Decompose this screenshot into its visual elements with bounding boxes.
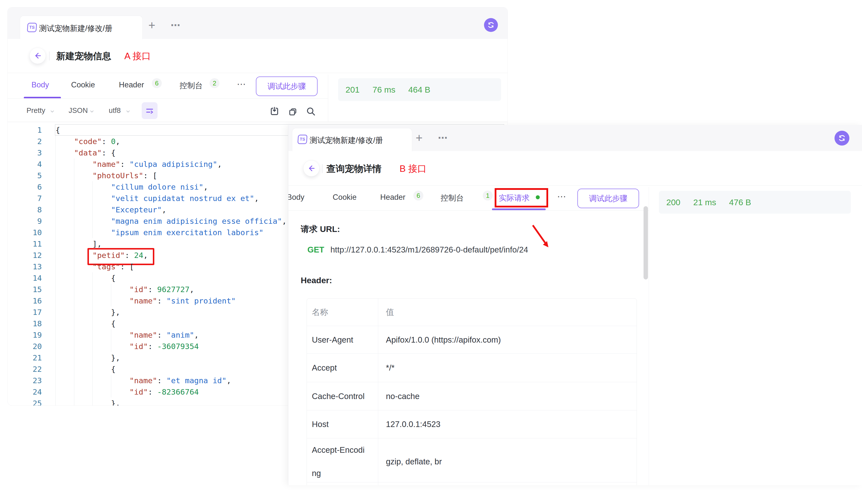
request-header-table: 名称值User-AgentApifox/1.0.0 (https://apifo… [306,298,637,485]
col-value-header: 值 [378,299,637,326]
tab-actual-request[interactable]: 实际请求 [499,193,530,203]
tabbar-more-icon[interactable]: ⋯ [438,132,448,143]
wrap-lines-toggle[interactable] [142,102,158,119]
status-code: 200 [666,198,680,207]
tab-body[interactable]: Body [288,193,304,202]
header-count-badge: 6 [414,190,423,200]
annotation-a: A 接口 [125,50,151,62]
header-value-cell: gzip, deflate, br [378,438,637,485]
line-number: 23 [8,375,42,386]
col-name-header: 名称 [307,299,378,326]
tabs-bottom-line [288,210,649,211]
line-number: 19 [8,329,42,341]
tab-console[interactable]: 控制台 [180,80,203,91]
right-window-tabbar: TS 测试宠物新建/修改/册 + ⋯ [288,125,862,151]
copy-icon [288,107,298,117]
tab-cookie[interactable]: Cookie [333,193,357,202]
status-time: 21 ms [693,198,716,207]
tab-body[interactable]: Body [31,80,49,89]
header-value-cell: no-cache [378,382,637,410]
search-icon [305,106,316,117]
line-number: 7 [8,193,42,204]
line-number: 11 [8,238,42,250]
page-title: 新建宠物信息 [56,50,111,62]
header-value-cell: */* [378,354,637,382]
line-number: 9 [8,215,42,227]
header-value-cell [378,482,637,485]
annotation-arrow-icon [530,223,560,251]
tab-header[interactable]: Header [119,80,144,89]
copy-response-button[interactable] [287,106,299,118]
left-window-tabbar: TS 测试宠物新建/修改/册 + ⋯ [8,8,508,39]
encoding-select[interactable]: utf8 [109,106,121,115]
table-row: User-AgentApifox/1.0.0 (https://apifox.c… [307,326,637,354]
vertical-scrollbar[interactable] [643,206,648,279]
apifox-screenshot: TS 测试宠物新建/修改/册 + ⋯ 新建宠物信息 A 接口 Body Cook… [0,0,862,504]
line-number: 5 [8,170,42,181]
new-tab-plus-icon[interactable]: + [148,20,155,31]
left-window-tab-label: 测试宠物新建/修改/册 [39,23,113,34]
console-count-badge: 1 [483,190,493,200]
back-button[interactable] [303,160,319,176]
line-number: 22 [8,363,42,375]
refresh-button[interactable] [484,18,498,32]
header-name-cell: Accept-Encoding [307,438,378,485]
refresh-button[interactable] [835,131,849,146]
console-count-badge: 2 [210,78,220,88]
header-name-cell: Accept [307,354,378,382]
search-response-button[interactable] [305,106,316,117]
line-number: 4 [8,158,42,170]
tabs-more-icon[interactable]: ⋯ [237,79,246,89]
status-code: 201 [345,85,360,95]
tabs-more-icon[interactable]: ⋯ [557,191,566,202]
back-button[interactable] [29,48,46,64]
table-row: Host127.0.0.1:4523 [307,410,637,438]
right-window-tab[interactable]: TS 测试宠物新建/修改/册 [292,128,412,151]
chevron-down-icon [50,110,54,112]
chevron-down-icon [90,110,94,112]
table-row: Cache-Controlno-cache [307,382,637,410]
line-number: 18 [8,318,42,329]
tabbar-more-icon[interactable]: ⋯ [171,20,181,31]
ts-badge-icon: TS [27,23,37,32]
tabs-bottom-line [8,98,328,98]
header-name-cell [307,482,378,485]
download-response-button[interactable] [269,106,280,117]
tab-header[interactable]: Header [380,193,405,202]
line-number: 1 [8,124,42,136]
debug-step-button[interactable]: 调试此步骤 [256,77,317,96]
right-panel: TS 测试宠物新建/修改/册 + ⋯ 查询宠物详情 B 接口 Body Cook… [288,125,862,485]
new-tab-plus-icon[interactable]: + [416,132,422,143]
line-number: 20 [8,341,42,352]
table-row: Accept*/* [307,354,637,382]
right-window-tab-label: 测试宠物新建/修改/册 [310,135,383,146]
response-status: 201 76 ms 464 B [338,78,501,101]
line-number: 12 [8,250,42,261]
annotation-b: B 接口 [400,163,427,175]
line-number: 21 [8,352,42,363]
tab-console[interactable]: 控制台 [441,193,464,203]
tab-cookie[interactable]: Cookie [71,80,95,89]
table-row: 名称值 [307,299,637,326]
line-number: 24 [8,386,42,398]
response-status: 200 21 ms 476 B [659,191,851,214]
pretty-select[interactable]: Pretty [26,106,45,115]
line-number: 3 [8,147,42,158]
header-divider [288,185,862,186]
header-value-cell: Apifox/1.0.0 (https://apifox.com) [378,326,637,354]
title-divider [49,52,50,61]
line-number: 10 [8,227,42,238]
wrap-lines-icon [145,106,154,115]
line-number: 13 [8,261,42,272]
refresh-icon [487,21,495,29]
status-size: 464 B [408,85,430,95]
back-arrow-icon [307,164,316,173]
request-url-label: 请求 URL: [301,224,340,235]
request-url: http://127.0.0.1:4523/m1/2689726-0-defau… [330,245,528,254]
debug-step-button[interactable]: 调试此步骤 [577,189,639,208]
left-window-tab[interactable]: TS 测试宠物新建/修改/册 [20,16,143,39]
format-select[interactable]: JSON [69,106,88,115]
line-number: 8 [8,204,42,215]
line-number: 14 [8,272,42,284]
request-header-label: Header: [301,276,332,285]
